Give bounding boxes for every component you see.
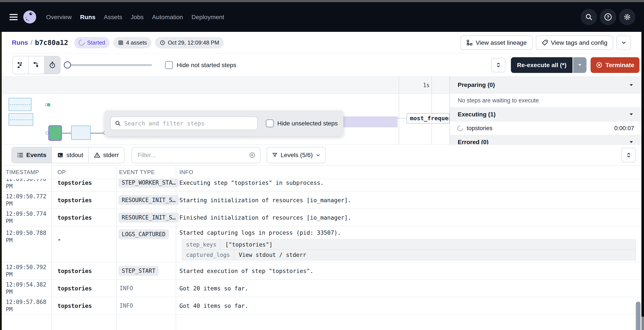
- view-mode-flat-button[interactable]: [13, 56, 28, 74]
- hide-unselected-checkbox[interactable]: [266, 119, 274, 127]
- vertical-scrollbar-thumb[interactable]: [636, 302, 640, 330]
- event-info: Got 20 items so far.: [180, 285, 248, 292]
- table-row[interactable]: 12:09:50.788 PM - LOGS_CAPTURED Started …: [0, 226, 642, 262]
- tab-events[interactable]: Events: [12, 147, 52, 163]
- log-expand-button[interactable]: [622, 148, 636, 162]
- slider-track[interactable]: [64, 64, 152, 66]
- settings-button[interactable]: [619, 9, 636, 25]
- tab-stdout[interactable]: stdout: [52, 147, 88, 163]
- nav-tab-automation[interactable]: Automation: [152, 13, 183, 21]
- reexecute-all-button[interactable]: Re-execute all (*): [511, 57, 572, 73]
- log-filter-input[interactable]: [137, 152, 249, 159]
- nav-tab-deployment[interactable]: Deployment: [192, 13, 224, 21]
- nav-right-actions: ?: [581, 9, 636, 25]
- gantt-search-overlay: Hide unselected steps: [105, 111, 343, 136]
- breadcrumb-runs-link[interactable]: Runs: [12, 39, 28, 46]
- slider-handle[interactable]: [64, 61, 71, 69]
- gantt-search-box: [110, 117, 258, 130]
- caret-down-icon: [578, 63, 582, 66]
- table-row[interactable]: 12:09:50.792 PM topstories STEP_START St…: [0, 262, 642, 280]
- reexecute-dropdown-button[interactable]: [573, 57, 586, 73]
- hide-not-started-checkbox[interactable]: [165, 61, 173, 69]
- terminate-circle-x-icon: [596, 61, 603, 68]
- panel-section-preparing[interactable]: Preparing (0): [450, 77, 642, 94]
- metadata-row: step_keys["topstories"]: [182, 239, 636, 250]
- status-spinner-icon: [78, 38, 86, 47]
- dagster-run-page: OverviewRunsAssetsJobsAutomationDeployme…: [0, 0, 644, 330]
- event-info: Started capturing logs in process (pid: …: [180, 229, 341, 236]
- asset-grid-icon: [118, 40, 124, 46]
- gantt-gridline: [399, 77, 399, 144]
- event-info: Finished initialization of resources [io…: [180, 214, 351, 221]
- log-filter-box: [132, 147, 260, 163]
- clear-filter-icon[interactable]: [249, 152, 256, 159]
- table-body: 12:09:50.770 PM topstories STEP_WORKER_S…: [0, 179, 642, 315]
- gantt-step-box[interactable]: [71, 126, 91, 140]
- running-spinner-icon: [456, 124, 464, 132]
- table-row[interactable]: 12:09:54.382 PM topstories INFO Got 20 i…: [0, 280, 642, 297]
- levels-filter-button[interactable]: Levels (5/6): [267, 147, 326, 163]
- event-timestamp: 12:09:50.774 PM: [6, 210, 46, 225]
- step-elapsed-time: 0:00:07: [614, 125, 634, 132]
- dagster-logo[interactable]: [23, 10, 36, 23]
- hide-unselected-label: Hide unselected steps: [278, 120, 338, 127]
- event-type-badge: INFO: [118, 285, 133, 292]
- nav-tab-jobs[interactable]: Jobs: [131, 13, 144, 21]
- view-asset-lineage-button[interactable]: View asset lineage: [460, 35, 532, 50]
- panel-empty-message: No steps are waiting to execute: [450, 94, 642, 108]
- nav-tab-assets[interactable]: Assets: [104, 13, 122, 21]
- funnel-icon: [272, 152, 278, 158]
- event-timestamp: 12:09:54.382 PM: [6, 281, 46, 296]
- gantt-step-not-started[interactable]: [8, 113, 33, 126]
- gantt-selected-running-step[interactable]: [48, 125, 62, 141]
- table-row[interactable]: 12:09:50.770 PM topstories STEP_WORKER_S…: [0, 179, 642, 191]
- more-actions-button[interactable]: [616, 35, 631, 50]
- terminal-icon: [57, 152, 64, 158]
- panel-step-row[interactable]: topstories 0:00:07: [450, 121, 642, 135]
- event-type-badge: LOGS_CAPTURED: [118, 229, 169, 239]
- gantt-toolbar: Hide not started steps Re-execute all (*…: [0, 54, 644, 77]
- metadata-key: captured_logs: [182, 250, 234, 260]
- search-icon: [114, 120, 121, 127]
- column-header-timestamp: TIMESTAMP: [0, 169, 51, 175]
- nav-tab-overview[interactable]: Overview: [46, 13, 72, 21]
- gantt-gridline: [432, 77, 432, 144]
- gantt-step-dot[interactable]: [47, 103, 50, 107]
- event-type-badge: INFO: [118, 303, 133, 309]
- search-button[interactable]: [581, 9, 597, 25]
- gantt-zoom-slider[interactable]: [64, 61, 152, 69]
- metadata-row: captured_logsView stdout / stderr: [182, 250, 636, 260]
- gantt-expand-button[interactable]: [491, 58, 506, 72]
- lineage-icon: [466, 39, 473, 46]
- event-op: -: [58, 236, 61, 243]
- metadata-value-link[interactable]: View stdout / stderr: [234, 250, 311, 260]
- event-op: topstories: [58, 285, 92, 292]
- gantt-dotted-connector: [398, 118, 407, 119]
- gantt-step-label-clipped[interactable]: most_frequent: [407, 113, 450, 124]
- table-row[interactable]: 12:09:57.868 PM topstories INFO Got 40 i…: [0, 297, 642, 315]
- assets-badge[interactable]: 4 assets: [113, 37, 152, 48]
- table-row[interactable]: 12:09:50.774 PM topstories RESOURCE_INIT…: [0, 209, 642, 226]
- event-info: Executing step "topstories" in subproces…: [180, 179, 324, 186]
- gantt-time-tick: 1s: [400, 77, 430, 94]
- panel-section-errored[interactable]: Errored (0): [450, 135, 642, 144]
- gantt-step-not-started[interactable]: [8, 98, 32, 111]
- tag-icon: [542, 39, 548, 46]
- hamburger-menu-icon[interactable]: [10, 14, 18, 20]
- log-view-tabs: Events stdout stderr: [12, 147, 124, 163]
- reexecute-split-button: Re-execute all (*): [511, 57, 586, 73]
- gantt-search-input[interactable]: [124, 120, 253, 127]
- table-row[interactable]: 12:09:50.772 PM topstories RESOURCE_INIT…: [0, 191, 642, 209]
- view-tags-config-button[interactable]: View tags and config: [536, 35, 613, 50]
- panel-section-executing[interactable]: Executing (1): [450, 108, 642, 121]
- terminate-button[interactable]: Terminate: [590, 57, 640, 73]
- view-mode-waterfall-button[interactable]: [28, 56, 44, 74]
- window-top-edge: [0, 0, 644, 2]
- tab-stderr[interactable]: stderr: [88, 147, 124, 163]
- view-mode-timing-button[interactable]: [44, 56, 60, 74]
- events-toolbar: Events stdout stderr: [0, 144, 642, 166]
- gantt-io-marker: [46, 132, 49, 135]
- help-button[interactable]: ?: [600, 9, 616, 25]
- nav-tab-runs[interactable]: Runs: [80, 13, 96, 21]
- event-info: Started execution of step "topstories".: [180, 268, 314, 274]
